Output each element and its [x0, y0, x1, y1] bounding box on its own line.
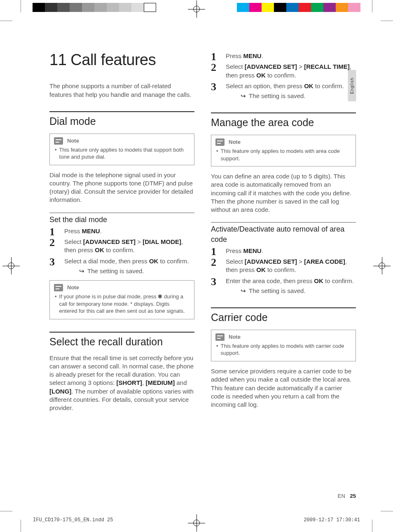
slug-filename: IFU_CD170-175_05_EN.indd 25	[33, 517, 113, 523]
crop-mark	[0, 511, 12, 511]
step: Select [ADVANCED SET] > [RECALL TIME], t…	[211, 63, 356, 80]
right-column: English Press MENU. Select [ADVANCED SET…	[211, 49, 356, 487]
note-text: This feature only applies to models that…	[59, 146, 189, 161]
subsection-set-dial-mode: Set the dial mode	[49, 213, 194, 225]
note-icon	[215, 333, 225, 341]
note-box: Note •This feature only applies to model…	[49, 134, 194, 165]
registration-mark	[5, 260, 17, 272]
note-label: Note	[67, 284, 79, 291]
step-result: The setting is saved.	[226, 287, 356, 295]
crop-mark	[381, 21, 393, 21]
step: Select a dial mode, then press OK to con…	[49, 257, 194, 276]
note-text: This feature only applies to models with…	[221, 148, 351, 162]
step: Select [ADVANCED SET] > [DIAL MODE], the…	[49, 238, 194, 255]
crop-mark	[21, 0, 21, 12]
left-column: 11 Call features The phone supports a nu…	[49, 49, 194, 487]
section-heading-carrier-code: Carrier code	[211, 307, 356, 325]
carrier-body: Some service providers require a carrier…	[211, 367, 356, 409]
step: Enter the area code, then press OK to co…	[211, 277, 356, 295]
step: Press MENU.	[49, 227, 194, 235]
section-heading-area-code: Manage the area code	[211, 112, 356, 130]
note-icon	[215, 138, 225, 146]
intro-paragraph: The phone supports a number of call-rela…	[49, 82, 194, 99]
chapter-title: Call features	[70, 51, 156, 68]
recall-body: Ensure that the recall time is set corre…	[49, 354, 194, 412]
note-icon	[54, 284, 63, 291]
step-result: The setting is saved.	[226, 92, 356, 100]
section-heading-recall: Select the recall duration	[49, 332, 194, 349]
page-lang: EN	[338, 493, 345, 499]
chapter-heading: 11 Call features	[49, 49, 194, 70]
steps-list: Press MENU. Select [ADVANCED SET] > [ARE…	[211, 247, 356, 295]
chapter-number: 11	[49, 51, 66, 68]
color-bar-grayscale	[33, 3, 156, 12]
note-label: Note	[229, 138, 241, 146]
steps-list: Press MENU. Select [ADVANCED SET] > [REC…	[211, 52, 356, 100]
crop-mark	[372, 520, 372, 532]
page-number: 25	[350, 493, 356, 499]
subsection-activate-area-code: Activate/Deactivate auto removal of area…	[211, 222, 356, 244]
step: Select an option, then press OK to confi…	[211, 82, 356, 101]
note-icon	[54, 137, 63, 145]
step: Press MENU.	[211, 247, 356, 255]
note-box: Note •This feature only applies to model…	[211, 135, 356, 166]
crop-mark	[0, 21, 12, 21]
note-box: Note • If your phone is in pulse dial mo…	[49, 280, 194, 319]
steps-list: Press MENU. Select [ADVANCED SET] > [DIA…	[49, 227, 194, 275]
registration-mark	[376, 260, 388, 272]
page-content: 11 Call features The phone supports a nu…	[49, 49, 356, 487]
section-heading-dial-mode: Dial mode	[49, 111, 194, 129]
step: Press MENU.	[211, 52, 356, 60]
area-body: You can define an area code (up to 5 dig…	[211, 172, 356, 214]
dial-mode-body: Dial mode is the telephone signal used i…	[49, 171, 194, 204]
crop-mark	[372, 0, 372, 12]
crop-mark	[381, 511, 393, 511]
step-result: The setting is saved.	[64, 267, 194, 275]
color-bar-color	[237, 3, 360, 12]
page-footer: EN 25	[338, 493, 356, 499]
note-box: Note •This feature only applies to model…	[211, 330, 356, 361]
registration-mark	[190, 3, 203, 15]
star-key-icon: ✱	[158, 293, 162, 300]
note-label: Note	[67, 137, 79, 145]
step: Select [ADVANCED SET] > [AREA CODE], the…	[211, 258, 356, 274]
note-text: This feature only applies to models with…	[221, 342, 351, 357]
crop-mark	[21, 520, 21, 532]
note-text: If your phone is in pulse dial mode, pre…	[59, 293, 189, 315]
note-label: Note	[229, 333, 241, 341]
slug-timestamp: 2009-12-17 17:30:41	[304, 517, 360, 523]
print-slug: IFU_CD170-175_05_EN.indd 25 2009-12-17 1…	[33, 517, 360, 523]
